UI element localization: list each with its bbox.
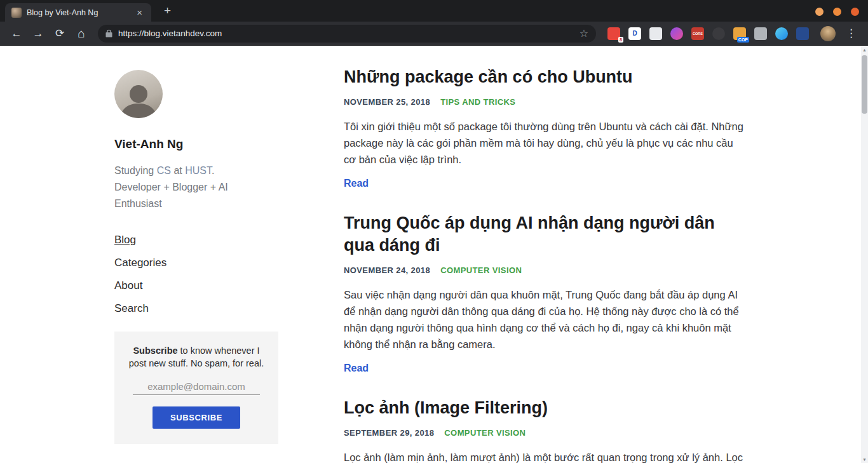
avatar [114, 70, 163, 118]
scroll-down-icon[interactable]: ▼ [861, 457, 868, 462]
url-bar[interactable]: https://blog.vietanhdev.com ☆ [98, 25, 596, 43]
extension-badge: COP [737, 37, 749, 43]
sidebar-item-blog[interactable]: Blog [114, 229, 278, 252]
bio-text: Studying [114, 165, 157, 176]
post-title[interactable]: Lọc ảnh (Image Filtering) [344, 397, 745, 419]
sidebar: Viet-Anh Ng Studying CS at HUST. Develop… [114, 46, 278, 463]
window-controls [815, 8, 868, 22]
url-text[interactable]: https://blog.vietanhdev.com [118, 29, 574, 38]
forward-button[interactable]: → [29, 25, 47, 43]
author-name: Viet-Anh Ng [114, 137, 278, 151]
post-title[interactable]: Trung Quốc áp dụng AI nhận dạng người dâ… [344, 212, 745, 257]
post-excerpt: Tôi xin giới thiệu một số package tôi th… [344, 118, 745, 168]
author-bio: Studying CS at HUST. Developer + Blogger… [114, 163, 241, 212]
tab-favicon-icon [11, 8, 22, 18]
extension-icon[interactable]: CORS [691, 27, 704, 40]
reload-button[interactable]: ⟳ [51, 25, 69, 43]
extension-icon[interactable] [649, 27, 662, 40]
post: Trung Quốc áp dụng AI nhận dạng người dâ… [344, 212, 745, 374]
browser-window: Blog by Viet-Anh Ng × + ← → ⟳ ⌂ https://… [0, 0, 868, 463]
extensions-area: 8 D CORS COP [607, 27, 809, 40]
subscribe-text: Subscribe to know whenever I post new st… [126, 344, 267, 370]
cs-link[interactable]: CS [157, 165, 171, 176]
extension-icon[interactable] [775, 27, 788, 40]
sidebar-nav: Blog Categories About Search [114, 229, 278, 320]
extension-icon[interactable]: COP [733, 27, 746, 40]
vertical-scrollbar[interactable]: ▲ ▼ [861, 46, 868, 463]
post-category-link[interactable]: COMPUTER VISION [444, 428, 526, 438]
post-date: SEPTEMBER 29, 2018 [344, 428, 434, 438]
extension-icon[interactable] [754, 27, 767, 40]
subscribe-button[interactable]: SUBSCRIBE [153, 406, 240, 429]
back-button[interactable]: ← [8, 25, 25, 43]
post-meta: NOVEMBER 25, 2018 TIPS AND TRICKS [344, 97, 745, 107]
extension-icon[interactable] [796, 27, 809, 40]
sidebar-item-search[interactable]: Search [114, 297, 278, 320]
post-category-link[interactable]: COMPUTER VISION [440, 265, 522, 275]
browser-toolbar: ← → ⟳ ⌂ https://blog.vietanhdev.com ☆ 8 … [0, 22, 868, 46]
post-category-link[interactable]: TIPS AND TRICKS [440, 97, 515, 107]
extension-icon[interactable] [712, 27, 725, 40]
tab-title: Blog by Viet-Anh Ng [27, 8, 129, 17]
browser-titlebar: Blog by Viet-Anh Ng × + [0, 0, 868, 22]
close-button[interactable] [851, 8, 859, 16]
post-date: NOVEMBER 25, 2018 [344, 97, 430, 107]
extension-badge: 8 [618, 37, 623, 43]
extension-icon[interactable]: 8 [607, 27, 620, 40]
profile-button[interactable] [820, 26, 836, 41]
extension-icon[interactable]: D [628, 27, 641, 40]
tab-close-icon[interactable]: × [134, 6, 145, 18]
post-meta: NOVEMBER 24, 2018 COMPUTER VISION [344, 265, 745, 275]
post: Lọc ảnh (Image Filtering) SEPTEMBER 29, … [344, 397, 745, 463]
bio-text: at [171, 165, 185, 176]
home-button[interactable]: ⌂ [72, 25, 90, 43]
post: Những package cần có cho Ubuntu NOVEMBER… [344, 66, 745, 189]
extension-glyph: D [632, 30, 637, 37]
email-input[interactable] [133, 379, 260, 395]
maximize-button[interactable] [833, 8, 841, 16]
read-link[interactable]: Read [344, 363, 369, 373]
scroll-up-icon[interactable]: ▲ [861, 48, 868, 52]
extension-glyph: CORS [693, 32, 703, 36]
post-meta: SEPTEMBER 29, 2018 COMPUTER VISION [344, 428, 745, 438]
post-excerpt: Lọc ảnh (làm mịn ảnh, làm mượt ảnh) là m… [344, 449, 745, 463]
sidebar-item-categories[interactable]: Categories [114, 252, 278, 274]
lock-icon [105, 29, 112, 37]
post-list: Những package cần có cho Ubuntu NOVEMBER… [344, 46, 745, 463]
subscribe-lead: Subscribe [133, 346, 177, 356]
read-link[interactable]: Read [344, 178, 369, 189]
browser-tab[interactable]: Blog by Viet-Anh Ng × [5, 3, 151, 22]
post-excerpt: Sau việc nhận dạng người dân qua khuôn m… [344, 286, 745, 352]
scrollbar-thumb[interactable] [862, 55, 867, 114]
browser-menu-icon[interactable]: ⋮ [842, 27, 860, 40]
new-tab-button[interactable]: + [160, 4, 175, 18]
post-date: NOVEMBER 24, 2018 [344, 265, 430, 275]
post-title[interactable]: Những package cần có cho Ubuntu [344, 66, 745, 88]
hust-link[interactable]: HUST [185, 165, 212, 176]
subscribe-box: Subscribe to know whenever I post new st… [114, 332, 278, 444]
page-content: Viet-Anh Ng Studying CS at HUST. Develop… [0, 46, 868, 463]
bookmark-star-icon[interactable]: ☆ [580, 27, 588, 39]
sidebar-item-about[interactable]: About [114, 274, 278, 297]
minimize-button[interactable] [815, 8, 824, 16]
extension-icon[interactable] [670, 27, 683, 40]
